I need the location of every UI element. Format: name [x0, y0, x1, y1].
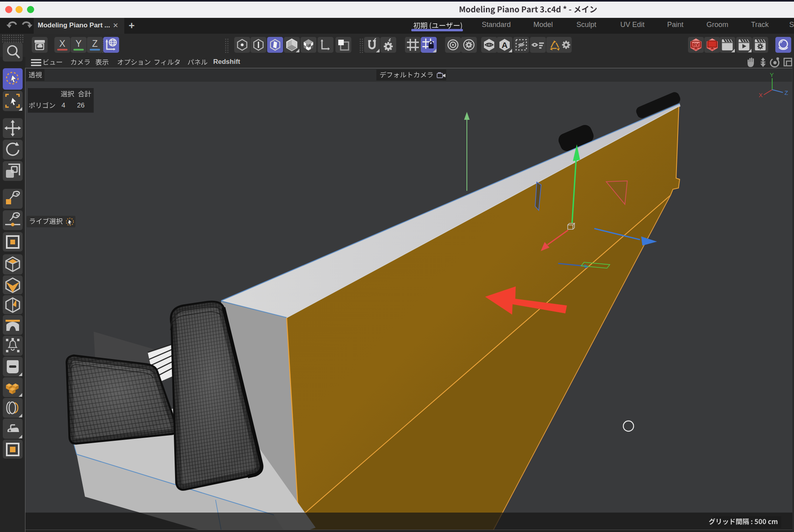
svg-text:A: A: [501, 40, 507, 50]
svg-text:Y: Y: [75, 38, 81, 49]
svg-text:Z: Z: [92, 38, 98, 49]
svg-text:X: X: [759, 92, 763, 98]
svg-text:X: X: [59, 38, 65, 49]
svg-text:Z: Z: [784, 89, 788, 96]
svg-text:Y: Y: [770, 71, 774, 78]
svg-text:RV: RV: [693, 42, 699, 47]
